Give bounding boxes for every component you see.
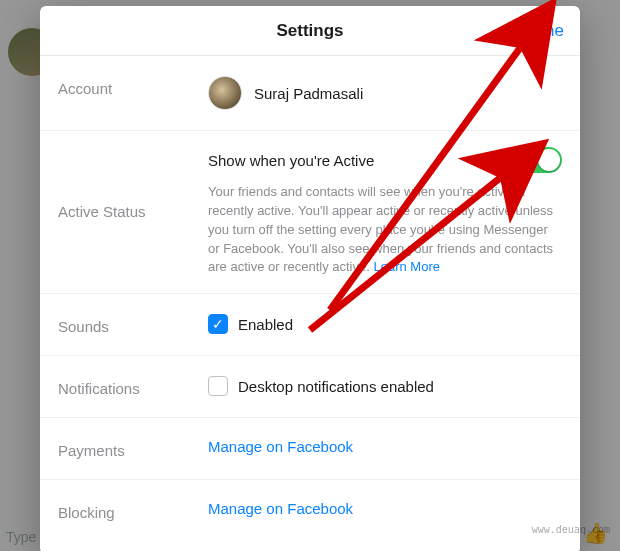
sounds-row: Sounds ✓ Enabled <box>40 294 580 356</box>
notifications-row: Notifications Desktop notifications enab… <box>40 356 580 418</box>
notifications-checkbox[interactable] <box>208 376 228 396</box>
sounds-label: Sounds <box>58 314 208 335</box>
blocking-manage-link[interactable]: Manage on Facebook <box>208 500 562 517</box>
active-status-label: Active Status <box>58 147 208 220</box>
user-name: Suraj Padmasali <box>254 85 363 102</box>
account-label: Account <box>58 76 208 97</box>
toggle-knob <box>538 149 560 171</box>
account-row: Account Suraj Padmasali <box>40 56 580 131</box>
check-icon: ✓ <box>212 317 224 331</box>
blocking-row: Blocking Manage on Facebook <box>40 480 580 541</box>
watermark: www.deuaq.com <box>532 524 610 535</box>
active-status-title: Show when you're Active <box>208 152 374 169</box>
payments-row: Payments Manage on Facebook <box>40 418 580 480</box>
settings-rows: Account Suraj Padmasali Active Status Sh… <box>40 56 580 551</box>
sounds-checkbox[interactable]: ✓ <box>208 314 228 334</box>
learn-more-link[interactable]: Learn More <box>373 259 439 274</box>
sounds-enabled-label: Enabled <box>238 316 293 333</box>
payments-label: Payments <box>58 438 208 459</box>
blocking-label: Blocking <box>58 500 208 521</box>
notifications-desktop-label: Desktop notifications enabled <box>238 378 434 395</box>
modal-title: Settings <box>276 21 343 41</box>
active-status-row: Active Status Show when you're Active Yo… <box>40 131 580 294</box>
user-avatar[interactable] <box>208 76 242 110</box>
active-status-description: Your friends and contacts will see when … <box>208 183 562 277</box>
payments-manage-link[interactable]: Manage on Facebook <box>208 438 562 455</box>
active-status-toggle[interactable] <box>518 147 562 173</box>
notifications-label: Notifications <box>58 376 208 397</box>
settings-modal: Settings Done Account Suraj Padmasali Ac… <box>40 6 580 551</box>
modal-header: Settings Done <box>40 6 580 56</box>
done-button[interactable]: Done <box>523 6 564 56</box>
